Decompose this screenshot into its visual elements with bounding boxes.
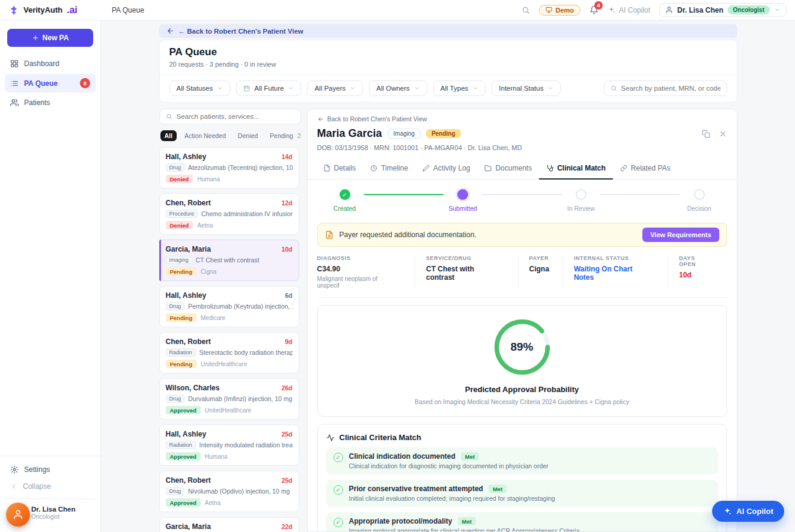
payer-name: Aetna xyxy=(197,222,213,229)
filter-date[interactable]: All Future xyxy=(236,80,301,96)
ai-copilot-fab[interactable]: AI Copilot xyxy=(712,501,784,522)
days-open: 12d xyxy=(281,199,292,207)
patient-name: Garcia, Maria xyxy=(166,522,211,531)
queue-item[interactable]: Hall, Ashley 14d Drug Atezolizumab (Tece… xyxy=(159,147,299,189)
queue-item[interactable]: Wilson, Charles 26d Drug Durvalumab (Imf… xyxy=(159,378,299,420)
close-icon[interactable] xyxy=(719,130,727,138)
status-badge: Pending xyxy=(166,360,196,368)
sidebar-item-pa-queue[interactable]: PA Queue 8 xyxy=(5,74,96,92)
detail-back-label: Back to Robert Chen's Patient View xyxy=(327,115,427,122)
queue-item[interactable]: Chen, Robert 9d Radiation Stereotactic b… xyxy=(159,332,299,373)
patient-name: Hall, Ashley xyxy=(166,153,207,161)
queue-filter-tab[interactable]: Action Needed xyxy=(180,130,230,141)
queue-filter-tab[interactable]: Denied xyxy=(234,130,262,141)
queue-item[interactable]: Garcia, Maria 22d Drug Pembrolizumab (Ke… xyxy=(159,517,299,532)
ai-copilot-label: AI Copilot xyxy=(619,6,650,14)
sidebar-item-label: Dashboard xyxy=(24,59,59,68)
service-name: Durvalumab (Imfinzi) injection, 10 mg xyxy=(188,395,292,402)
criterion-description: Initial clinical evaluation completed; i… xyxy=(349,495,711,502)
folder-icon xyxy=(484,165,492,172)
verityauth-logo-icon xyxy=(8,5,19,16)
ai-copilot-fab-label: AI Copilot xyxy=(737,507,773,516)
sparkles-icon xyxy=(723,507,732,516)
filter-payers[interactable]: All Payers xyxy=(307,80,363,96)
page-title: PA Queue xyxy=(169,46,727,58)
new-pa-button[interactable]: New PA xyxy=(7,29,93,47)
search-input[interactable] xyxy=(621,85,720,92)
queue-filter-tab[interactable]: All xyxy=(160,130,177,141)
sidebar-collapse-button[interactable]: Collapse xyxy=(5,478,96,495)
user-role-badge: Oncologist xyxy=(728,5,770,14)
tab-documents[interactable]: Documents xyxy=(477,159,539,180)
status-badge: Denied xyxy=(166,221,193,229)
filter-internal-status[interactable]: Internal Status xyxy=(492,80,561,96)
service-type-tag: Radiation xyxy=(166,348,196,357)
topbar-ai-copilot[interactable]: AI Copilot xyxy=(608,6,650,14)
service-type-tag: Drug xyxy=(166,394,185,403)
step-in-review: In Review xyxy=(562,189,600,212)
probability-subtitle: Based on Imaging Medical Necessity Crite… xyxy=(415,398,629,405)
sparkles-icon xyxy=(608,6,615,14)
tab-timeline[interactable]: Timeline xyxy=(363,159,415,180)
demo-badge[interactable]: Demo xyxy=(539,5,580,16)
view-requirements-button[interactable]: View Requirements xyxy=(642,228,719,242)
list-icon xyxy=(10,79,19,88)
search-icon[interactable] xyxy=(522,6,530,14)
search-icon xyxy=(611,85,617,92)
detail-back-link[interactable]: Back to Robert Chen's Patient View xyxy=(308,109,737,124)
service-name: Nivolumab (Opdivo) injection, 10 mg xyxy=(188,488,290,495)
patient-meta: DOB: 03/13/1958 · MRN: 1001001 · PA-MGAR… xyxy=(308,140,737,159)
days-open: 6d xyxy=(285,292,292,299)
info-payer: PAYER Cigna xyxy=(518,255,562,289)
step-connector xyxy=(482,194,562,195)
payer-documentation-alert: Payer requested additional documentation… xyxy=(317,223,727,247)
patient-name: Hall, Ashley xyxy=(166,291,207,300)
floating-widget-button[interactable] xyxy=(6,503,30,527)
queue-item[interactable]: Hall, Ashley 6d Drug Pembrolizumab (Keyt… xyxy=(159,286,299,327)
sidebar: New PA Dashboard PA Queue 8 Patients xyxy=(0,20,101,532)
tab-activity-log[interactable]: Activity Log xyxy=(415,159,477,180)
tab-details[interactable]: Details xyxy=(316,159,364,180)
queue-filter-tab[interactable]: Pending xyxy=(266,130,297,141)
demo-icon xyxy=(546,7,552,13)
queue-item[interactable]: Garcia, Maria 10d Imaging CT Chest with … xyxy=(159,240,299,281)
sidebar-item-dashboard[interactable]: Dashboard xyxy=(5,55,96,72)
filter-statuses[interactable]: All Statuses xyxy=(169,80,231,96)
user-menu[interactable]: Dr. Lisa Chen Oncologist xyxy=(659,3,787,17)
page-subtitle: 20 requests · 3 pending · 0 in review xyxy=(169,61,727,68)
status-badge: Approved xyxy=(166,452,201,461)
filter-types[interactable]: All Types xyxy=(433,80,486,96)
filter-owners[interactable]: All Owners xyxy=(369,80,427,96)
notification-count-badge: 4 xyxy=(594,1,603,10)
chevron-down-icon xyxy=(414,85,420,91)
back-to-patient-banner[interactable]: ← Back to Robert Chen's Patient View xyxy=(159,24,737,38)
tab-clinical-match[interactable]: Clinical Match xyxy=(539,159,613,180)
queue-item[interactable]: Chen, Robert 25d Drug Nivolumab (Opdivo)… xyxy=(159,471,299,512)
approval-probability-card: 89% Predicted Approval Probability Based… xyxy=(317,305,727,417)
step-dot-icon xyxy=(457,189,468,200)
chevron-down-icon xyxy=(288,85,294,91)
sidebar-item-settings[interactable]: Settings xyxy=(5,461,96,478)
type-badge: Imaging xyxy=(388,128,421,139)
step-created: Created xyxy=(326,189,364,212)
sidebar-item-patients[interactable]: Patients xyxy=(5,94,96,111)
queue-item[interactable]: Hall, Ashley 25d Radiation Intensity mod… xyxy=(159,425,299,466)
criterion-badge: Met xyxy=(458,517,476,525)
status-stepper: Created Submitted In Review xyxy=(308,180,737,216)
payer-name: UnitedHealthcare xyxy=(205,407,251,414)
brand[interactable]: VerityAuth.ai xyxy=(8,5,99,16)
detail-tabs: Details Timeline Activity Log Docum xyxy=(308,159,737,180)
tab-related-pas[interactable]: Related PAs xyxy=(613,159,678,180)
patient-queue-list[interactable]: Hall, Ashley 14d Drug Atezolizumab (Tece… xyxy=(159,147,301,532)
queue-search xyxy=(159,109,301,124)
queue-search-input[interactable] xyxy=(176,113,294,120)
copy-icon[interactable] xyxy=(702,130,710,138)
probability-title: Predicted Approval Probability xyxy=(465,385,579,394)
people-icon xyxy=(10,98,19,107)
settings-label: Settings xyxy=(24,465,50,474)
criterion-badge: Met xyxy=(461,452,479,461)
days-open: 25d xyxy=(281,477,292,484)
notifications-button[interactable]: 4 xyxy=(589,5,599,14)
service-name: Stereotactic body radiation therapy (... xyxy=(200,349,293,356)
queue-item[interactable]: Chen, Robert 12d Procedure Chemo adminis… xyxy=(159,193,299,235)
